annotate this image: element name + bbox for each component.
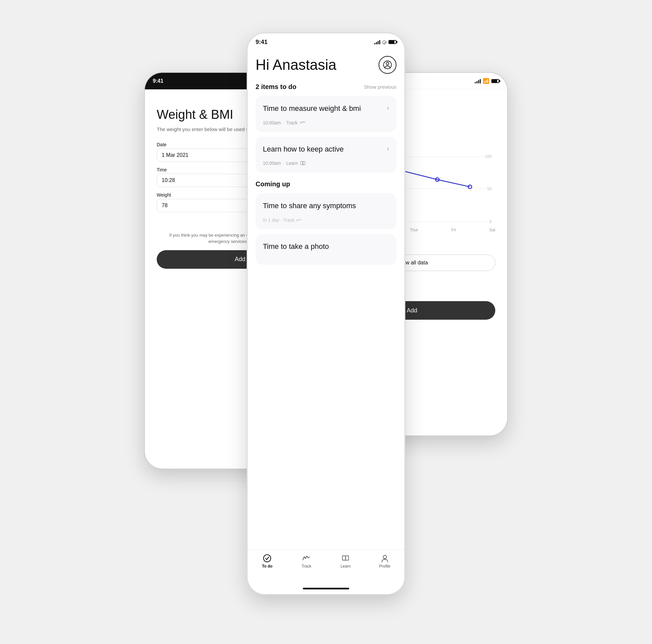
svg-text:50: 50 xyxy=(487,187,492,191)
center-battery-icon xyxy=(388,40,397,44)
center-status-bar: 9:41 ◶ xyxy=(248,33,404,51)
todo-item-1[interactable]: Learn how to keep active › 10:00am · Lea… xyxy=(255,137,397,173)
signal-icon xyxy=(475,79,481,83)
todo-section-header: 2 items to do Show previous xyxy=(255,83,397,91)
todo-meta-0: 10:00am · Track xyxy=(263,120,389,125)
svg-text:100: 100 xyxy=(485,154,492,159)
center-signal-icon xyxy=(374,40,380,44)
home-bar xyxy=(303,588,349,589)
todo-item-0[interactable]: Time to measure weight & bmi › 10:00am ·… xyxy=(255,96,397,132)
chevron-right-icon-1: › xyxy=(387,145,389,152)
svg-point-12 xyxy=(386,62,389,65)
profile-avatar-icon[interactable] xyxy=(379,56,397,74)
tab-profile-label: Profile xyxy=(379,564,390,569)
tab-learn-label: Learn xyxy=(341,564,351,569)
waveform-icon xyxy=(302,554,311,563)
tab-profile[interactable]: Profile xyxy=(372,554,398,569)
checkmark-circle-icon xyxy=(263,554,271,563)
upcoming-item-1[interactable]: Time to take a photo xyxy=(255,234,397,265)
svg-point-13 xyxy=(264,555,271,562)
tab-bar: To do Track Learn xyxy=(248,550,404,583)
tab-todo[interactable]: To do xyxy=(254,554,280,569)
wifi-icon: 📶 xyxy=(483,78,489,84)
person-circle-icon xyxy=(383,60,392,70)
tab-todo-label: To do xyxy=(262,564,272,569)
svg-point-14 xyxy=(383,555,386,559)
greeting-text: Hi Anastasia xyxy=(255,57,336,73)
home-indicator xyxy=(248,583,404,594)
items-count: 2 items to do xyxy=(255,83,296,91)
left-status-time: 9:41 xyxy=(153,78,163,84)
upcoming-item-0[interactable]: Time to share any symptoms In 1 day · Tr… xyxy=(255,193,397,229)
center-phone: 9:41 ◶ Hi Anastasia xyxy=(247,32,405,595)
chevron-right-icon-0: › xyxy=(387,104,389,111)
upcoming-title-0: Time to share any symptoms xyxy=(263,201,389,211)
show-previous-link[interactable]: Show previous xyxy=(364,84,397,90)
track-icon-0 xyxy=(300,121,305,125)
upcoming-title-1: Time to take a photo xyxy=(263,242,389,252)
book-icon-1 xyxy=(300,160,306,166)
upcoming-meta-0: In 1 day · Track xyxy=(263,217,389,223)
center-wifi-icon: ◶ xyxy=(382,39,386,45)
center-scroll-area[interactable]: Hi Anastasia 2 items to do Show previous… xyxy=(248,51,404,550)
greeting-section: Hi Anastasia xyxy=(255,56,397,74)
todo-title-1: Learn how to keep active xyxy=(263,145,389,154)
center-status-time: 9:41 xyxy=(255,39,268,46)
coming-up-title: Coming up xyxy=(255,180,397,188)
todo-meta-1: 10:00am · Learn xyxy=(263,160,389,166)
tab-track[interactable]: Track xyxy=(293,554,320,569)
track-icon-upcoming-0 xyxy=(296,218,302,223)
person-icon xyxy=(381,554,389,563)
book-open-icon xyxy=(341,554,350,563)
svg-text:0: 0 xyxy=(489,220,492,224)
tab-track-label: Track xyxy=(302,564,311,569)
todo-title-0: Time to measure weight & bmi xyxy=(263,104,389,113)
battery-icon xyxy=(491,79,499,83)
tab-learn[interactable]: Learn xyxy=(332,554,359,569)
